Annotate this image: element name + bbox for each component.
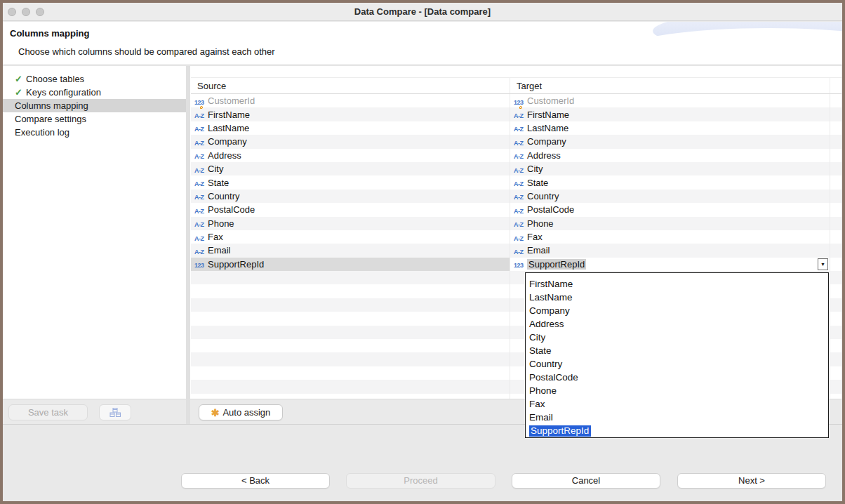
filler-cell — [830, 190, 841, 203]
source-column-name: Address — [208, 150, 241, 161]
combo-dropdown-button[interactable]: ▼ — [818, 258, 828, 270]
proceed-button[interactable]: Proceed — [346, 473, 495, 489]
type-icon: A-Z — [514, 176, 527, 189]
source-column-name: Company — [208, 136, 247, 147]
source-cell[interactable]: A-Z Phone — [191, 217, 510, 230]
dropdown-item-city[interactable]: City — [526, 331, 828, 344]
source-cell[interactable]: A-Z Fax — [191, 230, 510, 244]
mapping-row[interactable]: A-Z Phone A-Z Phone — [191, 217, 841, 230]
save-task-button[interactable]: Save task — [8, 404, 88, 420]
source-column-name: City — [208, 164, 223, 174]
dropdown-item-email[interactable]: Email — [526, 411, 828, 424]
mapping-row[interactable]: 123 SupportRepId 123 SupportRepId ▼ — [191, 258, 841, 271]
back-button[interactable]: < Back — [181, 473, 330, 489]
mapping-row[interactable]: A-Z Fax A-Z Fax — [191, 230, 841, 244]
dropdown-item-lastname[interactable]: LastName — [526, 291, 828, 304]
dropdown-item-supportrepid[interactable]: SupportRepId — [526, 424, 828, 437]
source-cell[interactable]: A-Z State — [191, 175, 510, 189]
mapping-row[interactable]: A-Z FirstName A-Z FirstName — [191, 107, 841, 121]
wizard-step-keys-configuration[interactable]: ✓ Keys configuration — [3, 86, 186, 99]
source-cell[interactable]: A-Z City — [191, 162, 510, 175]
asterisk-icon: ✱ — [211, 407, 220, 418]
type-icon: A-Z — [194, 217, 208, 230]
source-cell[interactable]: A-Z Company — [191, 135, 510, 148]
wizard-header: Columns mapping Choose which columns sho… — [3, 22, 842, 65]
mapping-row[interactable]: A-Z Country A-Z Country — [191, 190, 841, 203]
wizard-step-columns-mapping[interactable]: Columns mapping — [3, 99, 186, 112]
cancel-button[interactable]: Cancel — [512, 473, 660, 489]
mapping-row[interactable]: A-Z LastName A-Z LastName — [191, 121, 841, 135]
mapping-row[interactable]: A-Z Company A-Z Company — [191, 135, 841, 148]
dropdown-partial-item[interactable]: CustomerId — [526, 273, 828, 277]
dropdown-item-phone[interactable]: Phone — [526, 384, 828, 397]
type-icon: A-Z — [514, 121, 527, 134]
target-cell[interactable]: 123 CustomerId — [510, 94, 830, 107]
source-column-name: Fax — [208, 232, 223, 242]
dropdown-item-state[interactable]: State — [526, 344, 828, 357]
mapping-row[interactable]: A-Z State A-Z State — [191, 175, 841, 189]
target-cell[interactable]: A-Z Phone — [510, 217, 830, 230]
dropdown-item-fax[interactable]: Fax — [526, 397, 828, 411]
filler-cell — [830, 175, 841, 189]
source-cell[interactable]: A-Z PostalCode — [191, 203, 510, 216]
dropdown-item-country[interactable]: Country — [526, 357, 828, 371]
target-cell[interactable]: A-Z PostalCode — [510, 203, 830, 216]
filler-cell — [830, 203, 841, 216]
minimize-window-button[interactable] — [22, 8, 30, 16]
target-cell[interactable]: A-Z City — [510, 162, 830, 175]
source-cell[interactable]: A-Z FirstName — [191, 107, 510, 121]
wizard-step-execution-log[interactable]: Execution log — [3, 126, 186, 139]
next-button[interactable]: Next > — [677, 473, 826, 489]
target-cell[interactable]: A-Z LastName — [510, 121, 830, 135]
source-cell[interactable]: 123 SupportRepId — [191, 258, 510, 271]
filler-cell — [830, 149, 841, 162]
step-label: Keys configuration — [26, 87, 101, 98]
source-cell[interactable]: 123 CustomerId — [191, 94, 510, 107]
mapping-row[interactable]: A-Z Address A-Z Address — [191, 149, 841, 162]
close-window-button[interactable] — [8, 8, 16, 16]
target-cell[interactable]: A-Z Company — [510, 135, 830, 148]
source-cell[interactable]: A-Z Email — [191, 244, 510, 257]
task-variables-button[interactable] — [99, 404, 131, 420]
maximize-window-button[interactable] — [36, 8, 44, 16]
source-column-name: Country — [208, 191, 240, 201]
filler-cell — [830, 258, 841, 271]
target-column-name: Fax — [527, 232, 543, 242]
target-cell[interactable]: A-Z Fax — [510, 230, 830, 244]
source-cell[interactable]: A-Z Address — [191, 149, 510, 162]
mapping-row[interactable]: A-Z Email A-Z Email — [191, 244, 841, 257]
wizard-step-compare-settings[interactable]: Compare settings — [3, 112, 186, 126]
window-controls — [8, 8, 44, 16]
filler-cell — [830, 135, 841, 148]
target-cell[interactable]: A-Z Address — [510, 149, 830, 162]
dropdown-item-company[interactable]: Company — [526, 304, 828, 317]
source-cell[interactable]: A-Z LastName — [191, 121, 510, 135]
target-cell[interactable]: A-Z Email — [510, 244, 830, 257]
type-icon: 123 — [514, 258, 527, 270]
target-cell[interactable]: A-Z FirstName — [510, 107, 830, 121]
dropdown-item-firstname[interactable]: FirstName — [526, 277, 828, 291]
source-column-name: PostalCode — [208, 204, 255, 215]
dropdown-item-postalcode[interactable]: PostalCode — [526, 371, 828, 384]
wizard-steps-panel: ✓ Choose tables ✓ Keys configuration Col… — [3, 66, 186, 399]
auto-assign-label: Auto assign — [222, 407, 270, 418]
dropdown-item-address[interactable]: Address — [526, 317, 828, 331]
wizard-step-choose-tables[interactable]: ✓ Choose tables — [3, 72, 186, 86]
filler-cell — [830, 230, 841, 244]
mapping-row[interactable]: 123 CustomerId 123 CustomerId — [191, 94, 841, 107]
target-cell[interactable]: A-Z State — [510, 175, 830, 189]
mapping-row[interactable]: A-Z PostalCode A-Z PostalCode — [191, 203, 841, 216]
mapping-row[interactable]: A-Z City A-Z City — [191, 162, 841, 175]
type-icon: A-Z — [514, 149, 527, 161]
target-cell[interactable]: A-Z Country — [510, 190, 830, 203]
type-icon: A-Z — [194, 244, 208, 257]
target-cell[interactable]: 123 SupportRepId ▼ — [510, 258, 830, 271]
filler-cell — [830, 107, 841, 121]
target-column-name: Company — [527, 136, 566, 147]
target-column-dropdown: CustomerId FirstNameLastNameCompanyAddre… — [525, 272, 829, 438]
source-cell[interactable]: A-Z Country — [191, 190, 510, 203]
type-icon: A-Z — [514, 108, 527, 121]
type-icon: A-Z — [514, 231, 527, 244]
step-label: Execution log — [15, 127, 69, 138]
auto-assign-button[interactable]: ✱Auto assign — [199, 404, 283, 420]
